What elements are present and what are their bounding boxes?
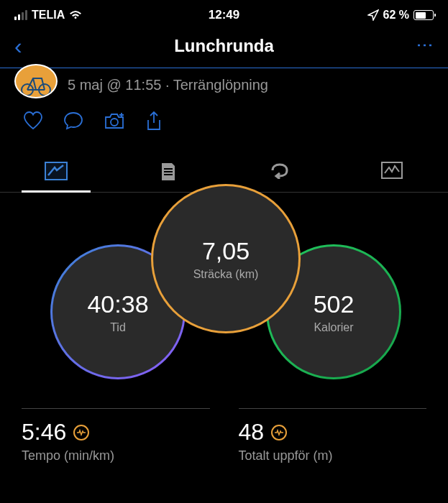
tab-charts[interactable] — [336, 154, 448, 192]
document-icon — [160, 162, 177, 182]
svg-rect-4 — [45, 162, 67, 180]
chart-icon — [381, 162, 403, 179]
bike-icon — [19, 74, 53, 97]
tab-overview[interactable] — [0, 154, 112, 192]
carrier-label: TELIA — [32, 9, 65, 22]
distance-label: Sträcka (km) — [193, 268, 259, 281]
share-icon — [145, 111, 163, 131]
bottom-stats: 5:46 Tempo (min/km) 48 Totalt uppför (m) — [0, 387, 448, 463]
stat-elevation[interactable]: 48 Totalt uppför (m) — [239, 408, 427, 463]
stat-pace[interactable]: 5:46 Tempo (min/km) — [22, 408, 210, 463]
pace-label: Tempo (min/km) — [22, 448, 210, 463]
activity-meta: 5 maj @ 11:55 · Terränglöpning — [68, 77, 268, 93]
elevation-value: 48 — [239, 419, 265, 446]
signal-icon — [14, 10, 27, 20]
time-label: Tid — [110, 321, 126, 334]
status-bar: TELIA 12:49 62 % — [0, 0, 448, 27]
time-value: 40:38 — [87, 290, 148, 318]
loop-icon — [268, 162, 291, 179]
calories-label: Kalorier — [314, 321, 353, 334]
more-button[interactable]: ⋮ — [416, 37, 434, 55]
nav-header: ‹ Lunchrunda ⋮ — [0, 27, 448, 68]
back-button[interactable]: ‹ — [14, 34, 22, 57]
camera-icon — [104, 111, 125, 130]
elevation-label: Totalt uppför (m) — [239, 448, 427, 463]
pulse-icon — [73, 425, 89, 440]
svg-point-2 — [111, 119, 118, 126]
calories-value: 502 — [314, 290, 355, 318]
pulse-icon — [271, 425, 287, 440]
activity-info: 5 maj @ 11:55 · Terränglöpning — [0, 68, 448, 111]
metric-distance: 7,05 Sträcka (km) — [151, 184, 301, 333]
battery-icon — [413, 10, 434, 20]
page-title: Lunchrunda — [174, 36, 274, 56]
activity-avatar[interactable] — [14, 64, 58, 98]
battery-pct: 62 % — [383, 9, 409, 22]
comment-button[interactable] — [63, 111, 83, 134]
pace-value: 5:46 — [22, 419, 66, 446]
camera-button[interactable] — [104, 111, 125, 134]
heart-icon — [23, 111, 43, 130]
action-bar — [0, 111, 448, 149]
status-left: TELIA — [14, 9, 82, 22]
comment-icon — [63, 111, 83, 130]
status-right: 62 % — [367, 9, 434, 22]
metrics-circles: 40:38 Tid 502 Kalorier 7,05 Sträcka (km) — [0, 193, 448, 387]
like-button[interactable] — [23, 111, 43, 134]
distance-value: 7,05 — [202, 237, 250, 265]
clock: 12:49 — [209, 8, 239, 22]
wifi-icon — [69, 10, 82, 20]
share-button[interactable] — [145, 111, 163, 134]
overview-icon — [45, 162, 68, 180]
location-icon — [367, 9, 379, 21]
